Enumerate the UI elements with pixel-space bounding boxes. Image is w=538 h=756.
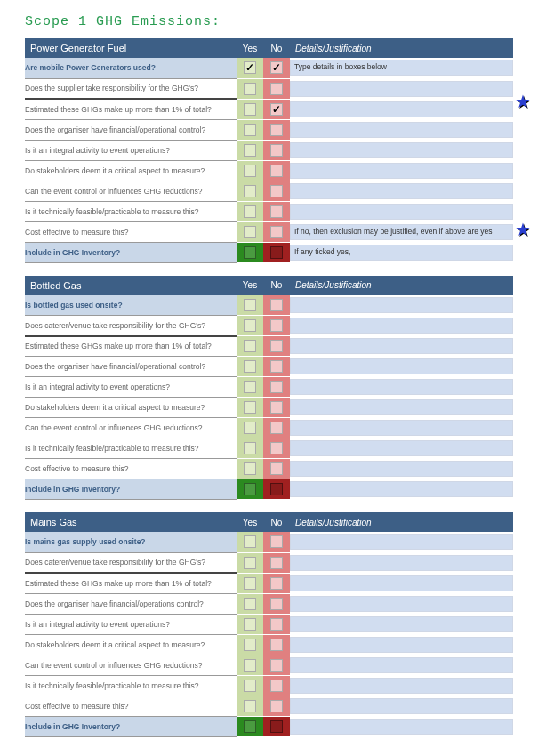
checkbox-no[interactable] [270, 422, 283, 434]
yes-cell[interactable] [237, 99, 263, 119]
details-input[interactable] [290, 637, 513, 653]
details-input[interactable] [290, 101, 513, 117]
checkbox-no[interactable] [270, 340, 283, 352]
yes-cell[interactable] [237, 398, 263, 418]
yes-cell[interactable] [237, 140, 263, 160]
checkbox-no[interactable] [270, 360, 283, 373]
details-input[interactable] [290, 142, 513, 158]
checkbox-no[interactable] [270, 144, 283, 157]
checkbox-no[interactable] [270, 577, 283, 590]
checkbox-yes[interactable] [244, 680, 256, 692]
details-input[interactable]: If any ticked yes, [290, 245, 513, 261]
no-cell[interactable]: ✓ [263, 58, 290, 78]
no-cell[interactable] [263, 552, 290, 573]
no-cell[interactable] [263, 532, 290, 552]
checkbox-yes[interactable] [244, 360, 256, 373]
details-input[interactable] [290, 461, 513, 477]
yes-cell[interactable] [237, 221, 263, 242]
checkbox-no[interactable]: ✓ [270, 103, 283, 116]
checkbox-yes[interactable] [244, 598, 256, 610]
checkbox-no[interactable] [270, 483, 283, 495]
checkbox-yes[interactable] [244, 659, 256, 672]
checkbox-no[interactable] [270, 401, 283, 414]
checkbox-no[interactable] [270, 185, 283, 197]
checkbox-yes[interactable] [244, 483, 256, 495]
checkbox-no[interactable] [270, 680, 283, 692]
checkbox-no[interactable] [270, 659, 283, 672]
checkbox-yes[interactable] [244, 299, 256, 311]
checkbox-yes[interactable] [244, 185, 256, 197]
details-input[interactable] [290, 719, 513, 735]
checkbox-yes[interactable] [244, 165, 256, 177]
no-cell[interactable] [263, 675, 290, 696]
checkbox-yes[interactable] [244, 401, 256, 414]
checkbox-yes[interactable] [244, 720, 256, 733]
no-cell[interactable]: ✓ [263, 99, 290, 119]
no-cell[interactable] [263, 140, 290, 160]
checkbox-no[interactable] [270, 720, 283, 733]
checkbox-yes[interactable] [244, 422, 256, 434]
yes-cell[interactable] [237, 181, 263, 201]
yes-cell[interactable] [237, 336, 263, 357]
details-input[interactable] [290, 399, 513, 415]
yes-cell[interactable] [237, 459, 263, 479]
details-input[interactable] [290, 555, 513, 571]
no-cell[interactable] [263, 119, 290, 140]
details-input[interactable] [290, 440, 513, 456]
checkbox-yes[interactable] [244, 83, 256, 95]
checkbox-no[interactable] [270, 462, 283, 475]
no-cell[interactable] [263, 614, 290, 634]
no-cell[interactable] [263, 696, 290, 716]
no-cell[interactable] [263, 716, 290, 736]
checkbox-yes[interactable] [244, 618, 256, 631]
yes-cell[interactable] [237, 119, 263, 140]
checkbox-yes[interactable] [244, 103, 256, 116]
checkbox-yes[interactable]: ✓ [244, 61, 256, 74]
yes-cell[interactable] [237, 675, 263, 696]
yes-cell[interactable] [237, 357, 263, 377]
details-input[interactable] [290, 122, 513, 138]
details-input[interactable] [290, 534, 513, 550]
no-cell[interactable] [263, 242, 290, 262]
no-cell[interactable] [263, 181, 290, 201]
details-input[interactable] [290, 616, 513, 632]
yes-cell[interactable] [237, 377, 263, 398]
details-input[interactable] [290, 596, 513, 612]
details-input[interactable] [290, 204, 513, 220]
yes-cell[interactable] [237, 716, 263, 736]
no-cell[interactable] [263, 201, 290, 221]
no-cell[interactable] [263, 573, 290, 593]
checkbox-yes[interactable] [244, 144, 256, 157]
yes-cell[interactable] [237, 573, 263, 593]
checkbox-no[interactable] [270, 381, 283, 393]
checkbox-yes[interactable] [244, 535, 256, 548]
yes-cell[interactable] [237, 614, 263, 634]
details-input[interactable] [290, 81, 513, 97]
checkbox-no[interactable] [270, 700, 283, 712]
yes-cell[interactable] [237, 295, 263, 316]
checkbox-yes[interactable] [244, 319, 256, 332]
checkbox-no[interactable] [270, 226, 283, 238]
checkbox-yes[interactable] [244, 205, 256, 218]
details-input[interactable] [290, 183, 513, 199]
no-cell[interactable] [263, 336, 290, 357]
checkbox-yes[interactable] [244, 557, 256, 569]
details-input[interactable]: Type details in boxes below [290, 60, 513, 76]
no-cell[interactable] [263, 295, 290, 316]
no-cell[interactable] [263, 160, 290, 181]
yes-cell[interactable] [237, 655, 263, 675]
details-input[interactable] [290, 358, 513, 374]
details-input[interactable] [290, 481, 513, 497]
checkbox-yes[interactable] [244, 124, 256, 136]
checkbox-yes[interactable] [244, 381, 256, 393]
checkbox-no[interactable] [270, 205, 283, 218]
checkbox-yes[interactable] [244, 462, 256, 475]
checkbox-yes[interactable] [244, 639, 256, 651]
no-cell[interactable] [263, 221, 290, 242]
yes-cell[interactable] [237, 593, 263, 614]
checkbox-no[interactable] [270, 124, 283, 136]
details-input[interactable] [290, 338, 513, 354]
no-cell[interactable] [263, 438, 290, 459]
no-cell[interactable] [263, 78, 290, 99]
checkbox-no[interactable] [270, 535, 283, 548]
